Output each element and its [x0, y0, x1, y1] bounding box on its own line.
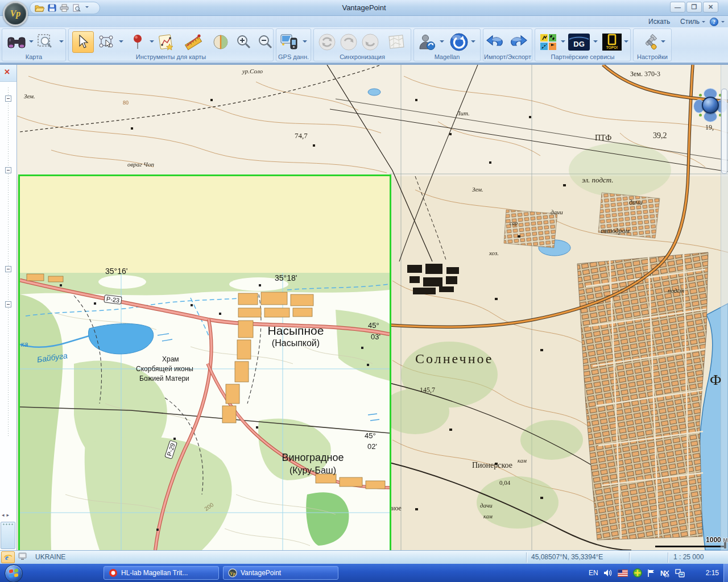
ribbon-group-import-export: Импорт/Экспорт — [483, 28, 532, 61]
taskbar-item-vantagepoint[interactable]: Vp VantagePoint — [223, 566, 338, 580]
panel-hscroll-arrows[interactable]: ◂▸ — [2, 512, 11, 518]
maximize-button[interactable]: ❐ — [686, 2, 702, 13]
tray-clock[interactable]: 2:15 — [706, 569, 719, 577]
status-separator — [629, 552, 630, 563]
geocaching-dropdown-icon[interactable] — [561, 40, 565, 45]
sync-maps-button[interactable] — [386, 31, 407, 53]
layers-panel-collapsed[interactable]: ✕ ◂▸ — [0, 65, 17, 550]
pointer-tool-button[interactable] — [72, 31, 94, 53]
tree-collapse-icon[interactable] — [5, 95, 11, 102]
tray-network-icon[interactable] — [675, 569, 685, 577]
open-file-icon[interactable] — [35, 4, 44, 12]
refresh-dropdown-icon[interactable] — [471, 40, 475, 45]
map-label: дачи — [551, 209, 563, 215]
import-button[interactable] — [485, 31, 506, 53]
tray-volume-icon[interactable] — [603, 569, 613, 577]
town-label-pionerskoye: Пионерское — [472, 462, 512, 469]
tray-keyboard-flag-icon[interactable] — [618, 569, 628, 577]
compass-center-ball[interactable] — [702, 97, 719, 114]
taskbar-item-hllab[interactable]: HL-lab Magellan Trit... — [104, 566, 219, 580]
settings-button[interactable] — [638, 31, 660, 53]
status-desktop-icon[interactable] — [18, 552, 28, 561]
map-view-button[interactable] — [210, 31, 231, 53]
add-waypoint-dropdown-icon[interactable] — [150, 40, 154, 45]
select-shape-icon — [98, 34, 115, 50]
taskbar-item-label: VantagePoint — [241, 569, 281, 577]
church-label: Храм — [162, 356, 179, 363]
quick-access-more-icon[interactable] — [85, 6, 89, 10]
map-label: эл. подст. — [582, 176, 614, 184]
select-shape-dropdown-icon[interactable] — [119, 40, 123, 45]
add-waypoint-button[interactable] — [127, 31, 148, 53]
gps-data-dropdown-icon[interactable] — [303, 40, 307, 45]
digitalglobe-button[interactable]: DG — [568, 31, 590, 53]
tree-collapse-icon[interactable] — [5, 167, 11, 173]
sync-from-device-button[interactable] — [359, 31, 381, 53]
map-scrollbar-thumb[interactable] — [721, 89, 727, 174]
gps-device-icon — [280, 34, 299, 51]
style-dropdown-icon[interactable] — [702, 21, 705, 24]
church-label: Божией Матери — [139, 375, 189, 383]
church-label: Скорбящей иконы — [136, 365, 193, 373]
find-dropdown-icon[interactable] — [29, 40, 34, 45]
natgeo-topo-button[interactable]: TOPO! — [601, 31, 623, 53]
gps-data-button[interactable] — [279, 31, 300, 53]
zoom-in-button[interactable] — [233, 31, 254, 53]
application-menu-orb[interactable]: Vp — [3, 1, 28, 26]
tree-collapse-icon[interactable] — [5, 266, 11, 272]
tools-icon — [639, 33, 659, 51]
ribbon-group-label: Импорт/Экспорт — [483, 53, 532, 60]
find-on-map-button[interactable] — [6, 31, 27, 53]
print-icon[interactable] — [60, 4, 69, 12]
overlay-map-region[interactable]: 35°16' 35°18' Р-23 Насыпное (Насыпкой) 4… — [18, 174, 391, 550]
map-label: автодром — [601, 227, 630, 234]
magellan-account-button[interactable] — [416, 31, 438, 53]
zoom-region-button[interactable] — [35, 31, 56, 53]
quick-access-toolbar — [30, 2, 100, 14]
main-area: ✕ ◂▸ — [0, 65, 728, 550]
sync-to-device-button[interactable] — [338, 31, 359, 53]
cursor-icon — [77, 35, 89, 49]
geocaching-icon — [540, 34, 557, 51]
close-button[interactable]: ✕ — [703, 2, 718, 13]
zoom-region-dropdown-icon[interactable] — [59, 40, 64, 45]
export-button[interactable] — [507, 31, 529, 53]
close-panel-icon[interactable]: ✕ — [4, 68, 10, 76]
select-shape-tool-button[interactable] — [96, 31, 118, 53]
town-label-nasypnoye-alt: (Насыпкой) — [233, 338, 358, 348]
help-dropdown-icon[interactable] — [721, 21, 725, 24]
search-menu[interactable]: Искать — [648, 18, 670, 26]
save-icon[interactable] — [48, 4, 56, 12]
sync-both-icon — [318, 33, 336, 51]
style-menu[interactable]: Стиль — [680, 18, 700, 26]
measure-distance-button[interactable] — [183, 31, 204, 53]
natgeo-dropdown-icon[interactable] — [624, 40, 628, 45]
magellan-refresh-button[interactable] — [448, 31, 470, 53]
panel-resize-grip[interactable] — [1, 522, 15, 549]
map-canvas[interactable]: Зем. 80 ур.Соло Лит. 74,7 овраг Чоп Зем.… — [17, 65, 728, 550]
tray-flag-icon[interactable] — [647, 569, 655, 577]
tree-collapse-icon[interactable] — [5, 301, 11, 307]
zoom-out-button[interactable] — [254, 31, 276, 53]
zoom-in-icon — [235, 34, 251, 50]
geocaching-services-button[interactable] — [537, 31, 559, 53]
start-flag-yellow — [14, 573, 18, 577]
tray-netcut-icon[interactable]: N — [660, 569, 670, 577]
show-desktop-button[interactable] — [723, 564, 728, 582]
account-dropdown-icon[interactable] — [440, 40, 444, 45]
create-route-button[interactable] — [155, 31, 177, 53]
ribbon-group-map-tools: Инструменты для карты — [68, 28, 274, 61]
print-preview-icon[interactable] — [72, 4, 81, 12]
digitalglobe-dropdown-icon[interactable] — [593, 40, 598, 45]
start-button[interactable] — [5, 564, 23, 582]
tree-guide-line — [8, 88, 9, 438]
map-label: 145,7 — [420, 386, 435, 393]
settings-dropdown-icon[interactable] — [661, 40, 665, 45]
help-icon[interactable]: ? — [710, 18, 718, 26]
status-browser-button[interactable]: e — [1, 551, 15, 563]
tray-antivirus-icon[interactable] — [633, 568, 642, 577]
minimize-button[interactable]: — — [670, 2, 685, 13]
tray-language-indicator[interactable]: EN — [589, 569, 598, 577]
start-flag-red — [9, 569, 13, 573]
sync-both-button[interactable] — [316, 31, 338, 53]
